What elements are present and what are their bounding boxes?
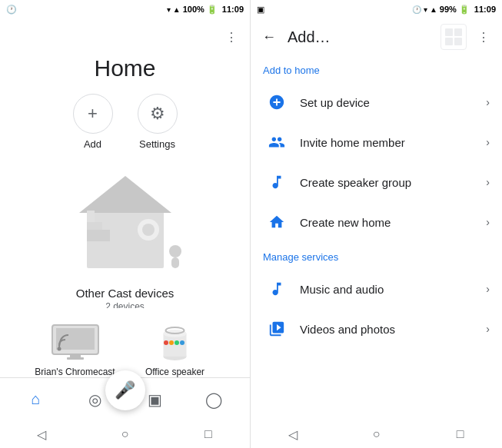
svg-point-18 [169,340,174,345]
add-button[interactable]: + Add [73,94,113,150]
battery-icon: 🔋 [207,5,218,15]
create-speaker-item[interactable]: Create speaker group › [251,162,502,202]
right-main: Add to home Set up device › Invite home … [251,55,502,420]
svg-rect-3 [87,222,102,230]
speaker-icon [145,317,206,363]
svg-rect-8 [171,257,179,268]
wifi-icon: ▾ [167,5,171,14]
grid-view-icon [440,24,467,50]
create-home-text: Create new home [300,216,486,229]
action-buttons: + Add ⚙ Settings [73,94,178,150]
bottom-nav: ⌂ ◎ 🎤 ▣ ◯ [0,377,250,420]
right-toolbar: ← Add… ⋮ [251,18,502,55]
home-title: Home [94,55,155,81]
explore-nav-icon: ◎ [88,390,101,409]
left-status-right-icons: ▾ ▲ 100% 🔋 11:09 [167,5,244,15]
svg-marker-1 [79,176,171,213]
left-main-content: Home + Add ⚙ Settings [0,55,250,308]
back-button[interactable]: ← [254,22,284,52]
videos-photos-item[interactable]: Videos and photos › [251,309,502,349]
settings-label: Settings [139,138,175,150]
settings-circle: ⚙ [138,94,178,134]
create-speaker-text: Create speaker group [300,176,486,189]
device-card-chromecast[interactable]: Brian's Chromecast [33,317,118,377]
right-panel: ▣ 🕐 ▾ ▲ 99% 🔋 11:09 ← Add… ⋮ Add to home [251,0,502,448]
set-up-device-chevron: › [486,96,490,108]
invite-member-icon [263,128,291,156]
create-home-icon [263,208,291,236]
house-illustration [48,168,202,268]
svg-point-7 [169,245,181,257]
device-name-speaker: Office speaker [145,367,204,377]
add-label: Add [84,138,101,150]
right-overflow-button[interactable]: ⋮ [468,22,499,52]
section-title: Other Cast devices [76,287,175,300]
right-status-right: 🕐 ▾ ▲ 99% 🔋 11:09 [412,5,496,15]
settings-button[interactable]: ⚙ Settings [138,94,178,150]
mic-icon: 🎤 [115,380,135,400]
invite-member-chevron: › [486,136,490,148]
left-status-bar: 🕐 ▾ ▲ 100% 🔋 11:09 [0,0,250,18]
svg-rect-4 [87,211,95,222]
right-sys-nav: ◁ ○ □ [251,420,502,448]
music-audio-chevron: › [486,283,490,295]
music-icon [263,275,291,303]
right-toolbar-icons: ⋮ [440,22,499,52]
svg-rect-13 [67,357,84,360]
videos-photos-text: Videos and photos [300,323,486,336]
right-status-bar: ▣ 🕐 ▾ ▲ 99% 🔋 11:09 [251,0,502,18]
left-toolbar: ⋮ [0,18,250,55]
chromecast-icon [45,317,106,363]
svg-point-19 [175,340,179,345]
left-sys-nav: ◁ ○ □ [0,420,250,448]
time-left: 11:09 [222,5,244,14]
right-cast-icon: ▣ [257,5,264,15]
music-audio-item[interactable]: Music and audio › [251,269,502,309]
home-sys-button[interactable]: ○ [109,419,140,448]
section-sub: 2 devices [105,301,145,308]
invite-member-text: Invite home member [300,136,486,149]
add-circle: + [73,94,113,134]
create-speaker-chevron: › [486,176,490,188]
videos-photos-chevron: › [486,323,490,335]
svg-point-17 [164,340,168,345]
right-signal-icon: ▲ [430,5,437,14]
right-battery-icon: 🔋 [459,5,470,15]
cast-nav-icon: ▣ [148,390,162,409]
right-home-sys-button[interactable]: ○ [361,419,392,448]
recent-sys-button[interactable]: □ [193,419,224,448]
right-battery-pct: 99% [440,5,457,14]
nav-home[interactable]: ⌂ [6,378,65,420]
profile-nav-icon: ◯ [205,390,222,409]
back-sys-button[interactable]: ◁ [26,419,57,448]
gear-icon: ⚙ [150,104,165,124]
set-up-device-text: Set up device [300,96,486,109]
right-recent-sys-button[interactable]: □ [445,419,476,448]
device-card-speaker[interactable]: Office speaker [133,317,218,377]
house-svg [56,168,194,268]
svg-rect-2 [87,230,110,241]
home-nav-icon: ⌂ [32,390,41,408]
battery-percent: 100% [183,5,204,14]
overflow-menu-button[interactable]: ⋮ [216,22,247,52]
plus-icon: + [88,104,98,124]
device-name-chromecast: Brian's Chromecast [35,367,115,377]
mic-fab-button[interactable]: 🎤 [105,370,145,410]
right-title: Add… [288,28,437,46]
create-home-item[interactable]: Create new home › [251,202,502,242]
svg-point-6 [142,224,155,236]
right-time: 11:09 [474,5,496,14]
right-alarm-icon: 🕐 [412,5,421,14]
create-speaker-icon [263,168,291,196]
add-to-home-header: Add to home [251,55,502,82]
nav-profile[interactable]: ◯ [185,378,244,420]
right-back-sys-button[interactable]: ◁ [278,419,308,448]
alarm-icon: 🕐 [6,5,17,15]
setup-device-icon [263,88,291,116]
set-up-device-item[interactable]: Set up device › [251,82,502,122]
signal-icon: ▲ [173,5,181,14]
svg-point-20 [180,340,185,345]
devices-row: Brian's Chromecast Office [0,317,250,377]
video-icon [263,315,291,343]
invite-member-item[interactable]: Invite home member › [251,122,502,162]
